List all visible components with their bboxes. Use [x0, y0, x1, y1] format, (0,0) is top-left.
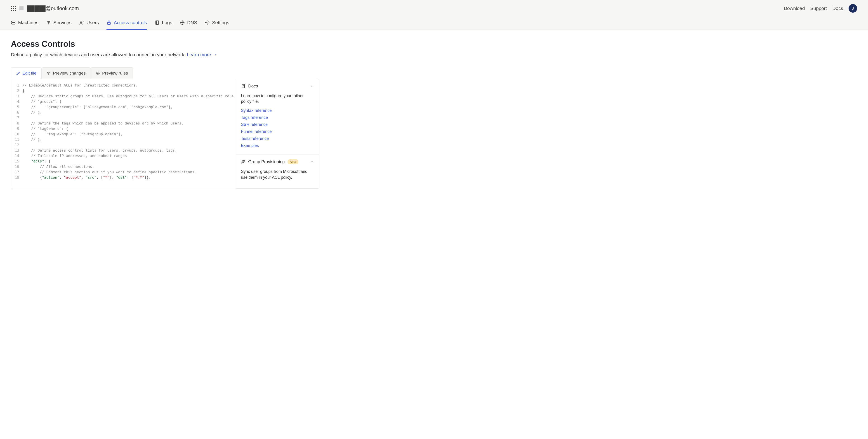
book-icon: [155, 20, 160, 25]
eye-icon: [96, 71, 100, 75]
code-line[interactable]: 1// Example/default ACLs for unrestricte…: [11, 83, 236, 88]
sidebar-group-prov-blurb: Sync user groups from Microsoft and use …: [241, 169, 314, 180]
nav-dns[interactable]: DNS: [180, 20, 197, 30]
chevron-down-icon: [310, 84, 314, 88]
code-line[interactable]: 9 // "tagOwners": {: [11, 126, 236, 131]
learn-more-link[interactable]: Learn more →: [187, 52, 217, 57]
nav-machines[interactable]: Machines: [11, 20, 38, 30]
code-line[interactable]: 6 // },: [11, 110, 236, 115]
tab-label: Edit file: [22, 71, 36, 76]
nav-logs[interactable]: Logs: [155, 20, 172, 30]
tab-preview-rules[interactable]: Preview rules: [91, 67, 133, 79]
tab-edit-file[interactable]: Edit file: [11, 67, 41, 79]
globe-icon: [180, 20, 185, 25]
page-description: Define a policy for which devices and us…: [11, 52, 319, 57]
sidebar-docs-blurb: Learn how to configure your tailnet poli…: [241, 93, 314, 104]
svg-point-11: [48, 73, 49, 74]
svg-rect-5: [107, 22, 111, 24]
download-link[interactable]: Download: [784, 6, 805, 11]
server-icon: [11, 20, 16, 25]
sidebar-docs-header[interactable]: Docs: [236, 79, 319, 93]
code-line[interactable]: 17 // Comment this section out if you wa…: [11, 169, 236, 175]
code-line[interactable]: 7: [11, 115, 236, 121]
sidebar-group-provisioning-header[interactable]: Group Provisioning Beta: [236, 155, 319, 169]
org-logo: [20, 6, 24, 10]
nav-label: Logs: [162, 20, 172, 25]
code-line[interactable]: 8 // Define the tags which can be applie…: [11, 121, 236, 126]
link-tags-reference[interactable]: Tags reference: [241, 115, 314, 121]
svg-point-17: [242, 160, 243, 162]
sidebar-section-title: Group Provisioning: [248, 159, 285, 164]
nav-label: Users: [86, 20, 99, 25]
docs-link[interactable]: Docs: [832, 6, 843, 11]
eye-icon: [46, 71, 51, 75]
svg-point-2: [49, 24, 49, 24]
users-icon: [79, 20, 84, 25]
code-line[interactable]: 11 // },: [11, 137, 236, 142]
apps-menu-icon[interactable]: [11, 6, 16, 11]
nav-access-controls[interactable]: Access controls: [106, 20, 147, 30]
wifi-icon: [46, 20, 51, 25]
tab-label: Preview changes: [53, 71, 86, 76]
file-icon: [241, 84, 246, 88]
svg-point-18: [244, 160, 245, 161]
edit-icon: [16, 71, 20, 75]
nav-settings[interactable]: Settings: [205, 20, 229, 30]
acl-editor[interactable]: 1// Example/default ACLs for unrestricte…: [11, 79, 236, 189]
beta-badge: Beta: [287, 159, 299, 164]
tab-label: Preview rules: [102, 71, 128, 76]
nav-label: Settings: [212, 20, 229, 25]
users-icon: [241, 159, 246, 164]
link-examples[interactable]: Examples: [241, 143, 314, 149]
avatar[interactable]: J: [848, 4, 857, 13]
chevron-down-icon: [310, 160, 314, 164]
nav-services[interactable]: Services: [46, 20, 72, 30]
svg-point-3: [80, 21, 82, 23]
nav-label: Services: [53, 20, 72, 25]
svg-rect-6: [156, 21, 159, 25]
nav-label: DNS: [187, 20, 197, 25]
svg-point-12: [97, 73, 98, 74]
lock-icon: [106, 20, 112, 25]
code-line[interactable]: 3 // Declare static groups of users. Use…: [11, 94, 236, 99]
nav-label: Access controls: [114, 20, 147, 25]
svg-rect-1: [11, 23, 16, 24]
svg-rect-0: [11, 21, 16, 22]
code-line[interactable]: 15 "acls": [: [11, 159, 236, 164]
code-line[interactable]: 5 // "group:example": ["alice@example.co…: [11, 104, 236, 110]
code-line[interactable]: 13 // Define access control lists for us…: [11, 148, 236, 153]
code-line[interactable]: 10 // "tag:example": ["autogroup:admin"]…: [11, 131, 236, 137]
link-funnel-reference[interactable]: Funnel reference: [241, 129, 314, 135]
tab-preview-changes[interactable]: Preview changes: [41, 67, 91, 79]
support-link[interactable]: Support: [810, 6, 827, 11]
code-line[interactable]: 4 // "groups": {: [11, 99, 236, 104]
code-line[interactable]: 12: [11, 142, 236, 148]
code-line[interactable]: 2{: [11, 88, 236, 94]
nav-label: Machines: [18, 20, 38, 25]
org-name[interactable]: █████@outlook.com: [27, 5, 79, 11]
link-syntax-reference[interactable]: Syntax reference: [241, 107, 314, 114]
nav-users[interactable]: Users: [79, 20, 99, 30]
link-tests-reference[interactable]: Tests reference: [241, 135, 314, 142]
code-line[interactable]: 18 {"action": "accept", "src": ["*"], "d…: [11, 175, 236, 180]
svg-point-10: [207, 22, 208, 23]
code-line[interactable]: 16 // Allow all connections.: [11, 164, 236, 169]
page-title: Access Controls: [11, 39, 319, 49]
code-line[interactable]: 14 // Tailscale IP addresses, and subnet…: [11, 153, 236, 159]
sidebar-section-title: Docs: [248, 84, 258, 89]
svg-point-4: [82, 21, 84, 22]
link-ssh-reference[interactable]: SSH reference: [241, 122, 314, 128]
gear-icon: [205, 20, 210, 25]
